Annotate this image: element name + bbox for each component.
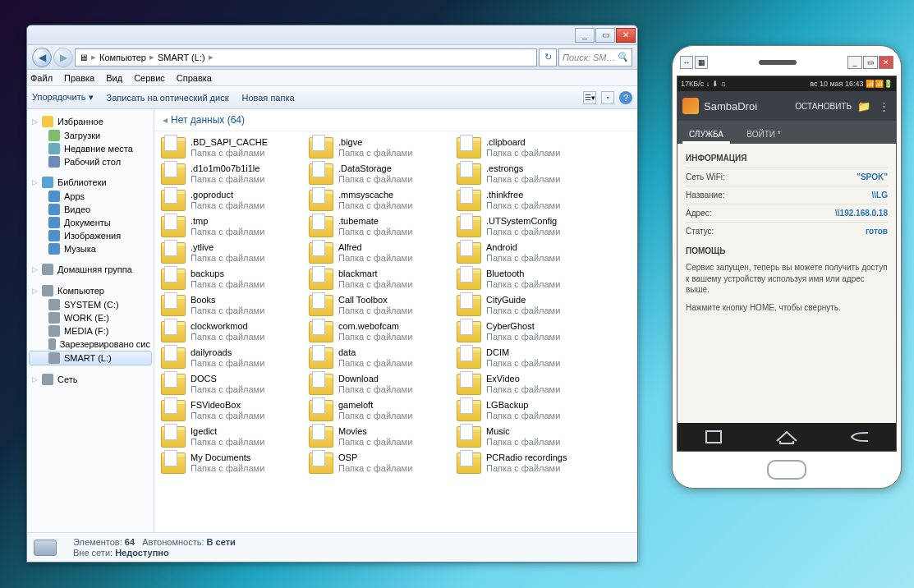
help-icon[interactable]: ? <box>619 91 632 104</box>
folder-item[interactable]: gameloftПапка с файлами <box>305 397 453 424</box>
tab-service[interactable]: СЛУЖБА <box>677 130 735 144</box>
folder-item[interactable]: My DocumentsПапка с файлами <box>158 450 305 476</box>
minimize-button[interactable]: _ <box>575 28 595 43</box>
maximize-button[interactable]: ▭ <box>595 28 615 43</box>
sidebar-drive-smart[interactable]: SMART (L:) <box>29 351 152 365</box>
sidebar-favorites-head[interactable]: ▷ Избранное <box>29 114 152 129</box>
folder-item[interactable]: backupsПапка с файлами <box>158 266 305 292</box>
menu-file[interactable]: Файл <box>30 73 53 83</box>
sidebar-libraries-head[interactable]: ▷Библиотеки <box>29 175 152 190</box>
menu-tools[interactable]: Сервис <box>134 73 165 83</box>
folder-item[interactable]: PCRadio recordingsПапка с файлами <box>453 450 601 476</box>
folder-item[interactable]: .goproductПапка с файлами <box>158 187 305 214</box>
folder-icon <box>309 242 333 264</box>
folder-item[interactable]: .estrongsПапка с файлами <box>453 161 601 187</box>
menu-edit[interactable]: Правка <box>64 73 94 83</box>
folder-item[interactable]: IgedictПапка с файлами <box>158 424 305 450</box>
folder-item[interactable]: .tmpПапка с файлами <box>158 214 305 240</box>
phone-max-button[interactable]: ▭ <box>863 56 878 69</box>
fit-icon[interactable]: ↔ <box>680 56 693 69</box>
nav-home-icon[interactable] <box>770 430 803 444</box>
folder-item[interactable]: .mmsyscacheПапка с файлами <box>305 187 453 214</box>
folder-item[interactable]: FSVideoBoxПапка с файлами <box>158 397 305 424</box>
files-grid[interactable]: .BD_SAPI_CACHEПапка с файлами.bigveПапка… <box>154 131 637 532</box>
sidebar-drive-f[interactable]: MEDIA (F:) <box>29 324 152 338</box>
sidebar-item-downloads[interactable]: Загрузки <box>29 129 152 142</box>
more-icon[interactable]: ⋮ <box>876 99 891 113</box>
folder-type: Папка с файлами <box>191 148 268 158</box>
folder-item[interactable]: DCIMПапка с файлами <box>453 345 601 371</box>
preview-pane-button[interactable]: ▫ <box>601 91 614 104</box>
folder-item[interactable]: DownloadПапка с файлами <box>305 371 453 397</box>
folder-item[interactable]: .UTSystemConfigПапка с файлами <box>453 214 601 240</box>
folder-item[interactable]: .BD_SAPI_CACHEПапка с файлами <box>158 135 305 161</box>
grid-icon[interactable]: ▦ <box>695 56 708 69</box>
refresh-button[interactable]: ↻ <box>539 48 557 67</box>
folder-item[interactable]: OSPПапка с файлами <box>305 450 453 476</box>
folder-item[interactable]: CityGuideПапка с файлами <box>453 292 601 319</box>
sidebar-network-head[interactable]: ▷Сеть <box>29 372 152 387</box>
folder-item[interactable]: .bigveПапка с файлами <box>305 135 453 161</box>
folder-item[interactable]: com.webofcamПапка с файлами <box>305 319 453 345</box>
folder-item[interactable]: .ytliveПапка с файлами <box>158 240 305 266</box>
folder-item[interactable]: CyberGhostПапка с файлами <box>453 319 601 345</box>
sidebar-drive-c[interactable]: SYSTEM (C:) <box>29 298 152 311</box>
folder-icon[interactable]: 📁 <box>857 99 871 113</box>
folder-item[interactable]: .thinkfreeПапка с файлами <box>453 187 601 214</box>
sidebar-item-desktop[interactable]: Рабочий стол <box>29 155 152 168</box>
sidebar-computer-head[interactable]: ▷Компьютер <box>29 283 152 298</box>
burn-button[interactable]: Записать на оптический диск <box>107 93 229 103</box>
folder-item[interactable]: DOCSПапка с файлами <box>158 371 305 397</box>
sidebar-item-music[interactable]: Музыка <box>29 242 152 255</box>
new-folder-button[interactable]: Новая папка <box>241 93 294 103</box>
breadcrumb-drive[interactable]: SMART (L:) <box>158 53 205 62</box>
nav-back-icon[interactable] <box>843 430 876 444</box>
folder-item[interactable]: blackmartПапка с файлами <box>305 266 453 292</box>
folder-item[interactable]: AlfredПапка с файлами <box>305 240 453 266</box>
folder-item[interactable]: AndroidПапка с файлами <box>453 240 601 266</box>
breadcrumb-root[interactable]: Компьютер <box>99 53 146 62</box>
breadcrumb[interactable]: 🖥 ▸ Компьютер ▸ SMART (L:) ▸ <box>75 48 537 67</box>
folder-item[interactable]: .clipboardПапка с файлами <box>453 135 601 161</box>
folder-icon <box>161 426 186 448</box>
search-placeholder: Поиск: SM… <box>563 53 616 62</box>
folder-item[interactable]: BluetoothПапка с файлами <box>453 266 601 292</box>
phone-min-button[interactable]: _ <box>847 56 862 69</box>
folder-item[interactable]: .d1o1m0o7b1i1leПапка с файлами <box>158 161 305 187</box>
folder-item[interactable]: LGBackupПапка с файлами <box>453 397 601 424</box>
sidebar-item-docs[interactable]: Документы <box>29 216 152 229</box>
menu-view[interactable]: Вид <box>106 73 122 83</box>
nav-back-button[interactable]: ◀ <box>32 48 52 67</box>
folder-item[interactable]: dataПапка с файлами <box>305 345 453 371</box>
menu-help[interactable]: Справка <box>177 73 212 83</box>
files-header[interactable]: ◂Нет данных (64) <box>154 109 637 131</box>
tab-login[interactable]: ВОЙТИ * <box>735 130 792 144</box>
phone-close-button[interactable]: ✕ <box>879 56 893 69</box>
sidebar-homegroup-head[interactable]: ▷Домашняя группа <box>29 262 152 277</box>
sidebar-item-apps[interactable]: Apps <box>29 190 152 203</box>
folder-item[interactable]: MusicПапка с файлами <box>453 424 601 450</box>
organize-button[interactable]: Упорядочить ▾ <box>32 92 94 103</box>
folder-item[interactable]: ExVideoПапка с файлами <box>453 371 601 397</box>
sidebar-item-images[interactable]: Изображения <box>29 229 152 242</box>
folder-item[interactable]: dailyroadsПапка с файлами <box>158 345 305 371</box>
nav-recent-icon[interactable] <box>697 430 730 444</box>
folder-item[interactable]: BooksПапка с файлами <box>158 292 305 319</box>
sidebar-item-recent[interactable]: Недавние места <box>29 142 152 155</box>
close-button[interactable]: ✕ <box>616 28 636 43</box>
folder-type: Папка с файлами <box>486 253 560 264</box>
nav-forward-button[interactable]: ▶ <box>53 48 73 67</box>
folder-item[interactable]: Call ToolboxПапка с файлами <box>305 292 453 319</box>
folder-item[interactable]: .tubemateПапка с файлами <box>305 214 453 240</box>
view-mode-button[interactable]: ☰▾ <box>583 91 596 104</box>
sidebar-drive-e[interactable]: WORK (E:) <box>29 311 152 324</box>
folder-item[interactable]: .DataStorageПапка с файлами <box>305 161 453 187</box>
folder-name: OSP <box>338 452 412 463</box>
folder-item[interactable]: MoviesПапка с файлами <box>305 424 453 450</box>
search-input[interactable]: Поиск: SM… 🔍 <box>558 48 632 67</box>
stop-action[interactable]: ОСТАНОВИТЬ <box>795 102 852 111</box>
sidebar-drive-reserved[interactable]: Зарезервировано сис <box>29 338 152 351</box>
phone-home-button[interactable] <box>767 460 806 480</box>
sidebar-item-video[interactable]: Видео <box>29 203 152 216</box>
folder-item[interactable]: clockworkmodПапка с файлами <box>158 319 305 345</box>
